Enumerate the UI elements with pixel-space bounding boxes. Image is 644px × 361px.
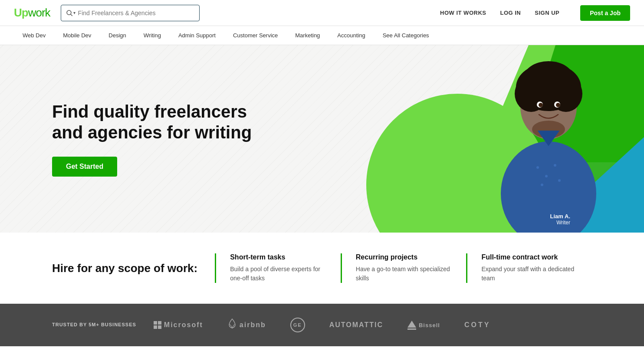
scope-item-recurring: Recurring projects Have a go-to team wit…: [341, 253, 467, 283]
brand-logos: Microsoft airbnb GE AUTOMATTIC: [154, 318, 592, 332]
how-it-works-link[interactable]: HOW IT WORKS: [440, 10, 486, 16]
person-role: Writer: [550, 220, 570, 226]
svg-point-12: [556, 103, 560, 107]
trusted-label: TRUSTED BY 5M+ BUSINESSES: [52, 322, 136, 328]
bissell-triangle-icon: [407, 321, 416, 328]
scope-section: Hire for any scope of work: Short-term t…: [0, 233, 644, 304]
airbnb-logo: airbnb: [227, 318, 266, 332]
microsoft-grid-icon: [154, 321, 161, 329]
sign-up-link[interactable]: SIGN UP: [535, 10, 559, 16]
logo-work: work: [28, 6, 50, 20]
category-design[interactable]: Design: [100, 26, 135, 45]
bissell-logo: Bissell: [407, 321, 440, 330]
category-see-all[interactable]: See All Categories: [374, 26, 438, 45]
get-started-button[interactable]: Get Started: [52, 157, 117, 177]
logo[interactable]: Upwork: [14, 6, 50, 20]
category-admin-support[interactable]: Admin Support: [170, 26, 224, 45]
automattic-text: AUTOMATTIC: [329, 321, 383, 329]
ge-circle-icon: GE: [290, 318, 305, 332]
person-name: Liam A.: [550, 213, 570, 220]
airbnb-icon: [227, 318, 237, 332]
coty-logo: COTY: [464, 321, 490, 329]
scope-item-title-1: Recurring projects: [356, 253, 453, 261]
scope-item-short-term: Short-term tasks Build a pool of diverse…: [215, 253, 341, 283]
logo-up: Up: [14, 6, 28, 20]
category-accounting[interactable]: Accounting: [329, 26, 374, 45]
category-marketing[interactable]: Marketing: [286, 26, 329, 45]
svg-point-2: [501, 141, 596, 233]
hero-decoration: [340, 45, 644, 233]
person-label: Liam A. Writer: [550, 213, 570, 226]
category-web-dev[interactable]: Web Dev: [14, 26, 54, 45]
bissell-icon: [407, 321, 416, 330]
search-bar: ▾: [61, 5, 200, 21]
hero-title: Find quality freelancers and agencies fo…: [52, 101, 260, 143]
category-mobile-dev[interactable]: Mobile Dev: [54, 26, 100, 45]
scope-item-title-2: Full-time contract work: [481, 253, 578, 261]
search-caret-icon: ▾: [73, 10, 76, 15]
automattic-logo: AUTOMATTIC: [329, 321, 383, 329]
scope-heading: Hire for any scope of work:: [52, 253, 197, 283]
trusted-section: TRUSTED BY 5M+ BUSINESSES Microsoft airb…: [0, 304, 644, 346]
category-writing[interactable]: Writing: [135, 26, 170, 45]
svg-point-15: [545, 175, 548, 177]
bissell-base-icon: [407, 328, 416, 330]
svg-point-18: [558, 179, 561, 182]
coty-text: COTY: [464, 321, 490, 329]
scope-item-desc-0: Build a pool of diverse experts for one-…: [230, 265, 327, 283]
scope-items: Short-term tasks Build a pool of diverse…: [215, 253, 592, 283]
svg-point-11: [539, 103, 543, 107]
scope-item-title-0: Short-term tasks: [230, 253, 327, 261]
hero-section: Liam A. Writer Find quality freelancers …: [0, 45, 644, 233]
svg-point-14: [536, 166, 539, 169]
hero-content: Find quality freelancers and agencies fo…: [52, 101, 260, 177]
scope-item-desc-1: Have a go-to team with specialized skill…: [356, 265, 453, 283]
bissell-text: Bissell: [419, 322, 440, 328]
svg-point-17: [541, 184, 543, 186]
person-figure: [488, 46, 609, 233]
ge-text: GE: [293, 322, 302, 328]
scope-item-fulltime: Full-time contract work Expand your staf…: [466, 253, 592, 283]
search-icon: ▾: [66, 10, 76, 16]
category-nav: Web Dev Mobile Dev Design Writing Admin …: [0, 26, 644, 45]
ge-logo: GE: [290, 318, 305, 332]
header: Upwork ▾ HOW IT WORKS LOG IN SIGN UP Pos…: [0, 0, 644, 26]
post-job-button[interactable]: Post a Job: [580, 5, 630, 21]
log-in-link[interactable]: LOG IN: [500, 10, 521, 16]
microsoft-text: Microsoft: [164, 321, 203, 329]
svg-line-1: [71, 14, 72, 16]
scope-item-desc-2: Expand your staff with a dedicated team: [481, 265, 578, 283]
svg-point-16: [554, 164, 556, 167]
microsoft-logo: Microsoft: [154, 321, 203, 329]
nav-links: HOW IT WORKS LOG IN SIGN UP Post a Job: [440, 5, 630, 21]
airbnb-text: airbnb: [240, 321, 266, 329]
search-input[interactable]: [78, 10, 194, 16]
svg-point-8: [523, 61, 574, 96]
category-customer-service[interactable]: Customer Service: [224, 26, 286, 45]
